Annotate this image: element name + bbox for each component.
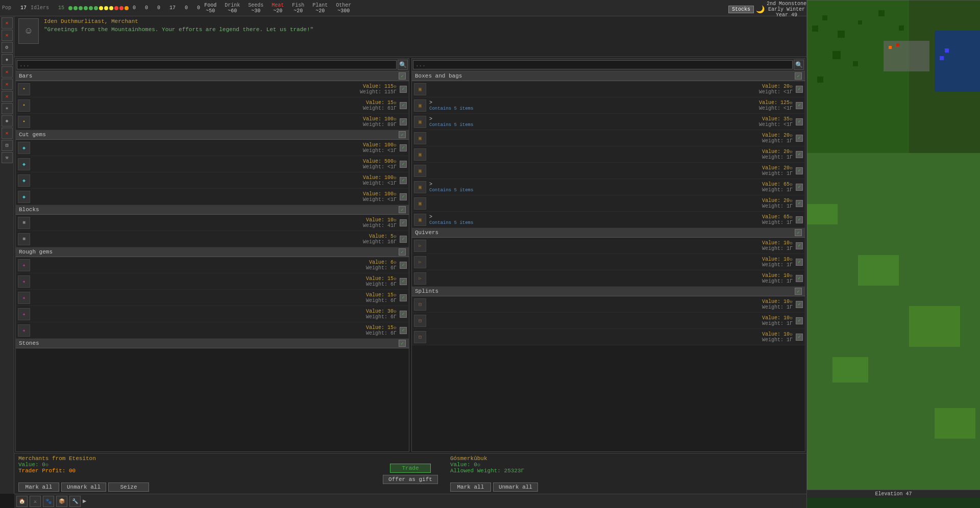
sidebar-icon-12[interactable]: ⚒ xyxy=(2,152,13,163)
category-header-bars[interactable]: Bars ✓ xyxy=(16,71,409,81)
item-checkbox[interactable]: ✓ xyxy=(400,262,407,269)
sidebar-icon-10[interactable]: ✕ xyxy=(2,128,13,139)
taskbar-icon-4[interactable]: 📦 xyxy=(56,496,67,507)
item-checkbox[interactable]: ✓ xyxy=(796,118,803,125)
right-search-button[interactable]: 🔍 xyxy=(794,60,804,70)
item-checkbox[interactable]: ✓ xyxy=(796,275,803,282)
left-mark-all-button[interactable]: Mark all xyxy=(18,482,59,492)
item-checkbox[interactable]: ✓ xyxy=(796,216,803,223)
item-checkbox[interactable]: ✓ xyxy=(796,259,803,266)
taskbar-icon-3[interactable]: 🐾 xyxy=(43,496,54,507)
list-item[interactable]: ▣ Value: 20☼ Weight: 1Γ ✓ xyxy=(412,163,805,179)
item-checkbox[interactable]: ✓ xyxy=(400,144,407,151)
item-checkbox[interactable]: ✓ xyxy=(796,86,803,93)
item-checkbox[interactable]: ✓ xyxy=(796,200,803,207)
category-header-quivers[interactable]: Quivers ✓ xyxy=(412,228,805,238)
list-item[interactable]: ◆ Value: 500☼ Weight: <1Γ ✓ xyxy=(16,156,409,172)
list-item[interactable]: ▣ >Contains 5 items Value: 35☼ Weight: <… xyxy=(412,114,805,130)
category-checkbox[interactable]: ✓ xyxy=(399,248,406,256)
taskbar-icon-1[interactable]: 🏠 xyxy=(16,496,28,507)
list-item[interactable]: ▪ Value: 15☼ Weight: 61Γ ✓ xyxy=(16,97,409,114)
item-checkbox[interactable]: ✓ xyxy=(400,219,407,226)
item-checkbox[interactable]: ✓ xyxy=(400,278,407,285)
taskbar-icon-5[interactable]: 🔧 xyxy=(69,496,81,507)
list-item[interactable]: ✦ Value: 15☼ Weight: 6Γ ✓ xyxy=(16,322,409,339)
list-item[interactable]: ✦ Value: 6☼ Weight: 6Γ ✓ xyxy=(16,257,409,273)
left-unmark-all-button[interactable]: Unmark all xyxy=(61,482,106,492)
list-item[interactable]: ⊳ Value: 10☼ Weight: 1Γ ✓ xyxy=(412,254,805,270)
list-item[interactable]: ▣ >Contains 5 items Value: 125☼ Weight: … xyxy=(412,97,805,114)
left-search-button[interactable]: 🔍 xyxy=(398,60,408,70)
category-header-stones[interactable]: Stones ✓ xyxy=(16,339,409,348)
item-checkbox[interactable]: ✓ xyxy=(400,118,407,125)
item-checkbox[interactable]: ✓ xyxy=(796,317,803,324)
offer-gift-button[interactable]: Offer as gift xyxy=(383,475,438,484)
list-item[interactable]: ▣ Value: 20☼ Weight: <1Γ ✓ xyxy=(412,81,805,97)
list-item[interactable]: ⊟ Value: 10☼ Weight: 1Γ ✓ xyxy=(412,296,805,313)
sidebar-icon-9[interactable]: ◈ xyxy=(2,115,13,126)
list-item[interactable]: ✦ Value: 15☼ Weight: 6Γ ✓ xyxy=(16,290,409,306)
item-checkbox[interactable]: ✓ xyxy=(796,151,803,158)
list-item[interactable]: ◆ Value: 100☼ Weight: <1Γ ✓ xyxy=(16,140,409,156)
category-header-cut-gems[interactable]: Cut gems ✓ xyxy=(16,130,409,140)
list-item[interactable]: ◆ Value: 100☼ Weight: <1Γ ✓ xyxy=(16,172,409,189)
category-checkbox[interactable]: ✓ xyxy=(795,229,802,236)
list-item[interactable]: ▪ Value: 115☼ Weight: 115Γ ✓ xyxy=(16,81,409,97)
item-checkbox[interactable]: ✓ xyxy=(796,301,803,308)
sidebar-icon-11[interactable]: ⊟ xyxy=(2,140,13,151)
category-checkbox[interactable]: ✓ xyxy=(399,206,406,213)
list-item[interactable]: ⊳ Value: 10☼ Weight: 1Γ ✓ xyxy=(412,238,805,254)
category-checkbox[interactable]: ✓ xyxy=(795,288,802,295)
taskbar-arrow[interactable]: ▶ xyxy=(83,497,86,505)
sidebar-icon-3[interactable]: ⚙ xyxy=(2,42,13,53)
list-item[interactable]: ▣ >Contains 5 items Value: 65☼ Weight: 1… xyxy=(412,212,805,228)
sidebar-icon-close[interactable]: ✕ xyxy=(2,17,13,29)
item-checkbox[interactable]: ✓ xyxy=(796,167,803,174)
right-mark-all-button[interactable]: Mark all xyxy=(450,482,491,492)
list-item[interactable]: ■ Value: 5☼ Weight: 16Γ ✓ xyxy=(16,231,409,247)
item-checkbox[interactable]: ✓ xyxy=(796,135,803,142)
category-checkbox[interactable]: ✓ xyxy=(399,340,406,347)
list-item[interactable]: ▣ Value: 20☼ Weight: 1Γ ✓ xyxy=(412,130,805,146)
item-checkbox[interactable]: ✓ xyxy=(400,102,407,109)
category-header-rough-gems[interactable]: Rough gems ✓ xyxy=(16,247,409,257)
item-checkbox[interactable]: ✓ xyxy=(400,193,407,200)
sidebar-icon-6[interactable]: ✕ xyxy=(2,79,13,90)
category-checkbox[interactable]: ✓ xyxy=(399,131,406,138)
category-header-splints[interactable]: Splints ✓ xyxy=(412,287,805,296)
sidebar-icon-4[interactable]: ♦ xyxy=(2,54,13,65)
item-checkbox[interactable]: ✓ xyxy=(400,327,407,334)
item-checkbox[interactable]: ✓ xyxy=(796,102,803,109)
list-item[interactable]: ⊳ Value: 10☼ Weight: 1Γ ✓ xyxy=(412,270,805,287)
item-checkbox[interactable]: ✓ xyxy=(796,242,803,249)
category-header-boxes-and-bags[interactable]: Boxes and bags ✓ xyxy=(412,71,805,81)
list-item[interactable]: ▣ Value: 20☼ Weight: 1Γ ✓ xyxy=(412,146,805,163)
item-checkbox[interactable]: ✓ xyxy=(400,161,407,168)
category-checkbox[interactable]: ✓ xyxy=(399,72,406,80)
list-item[interactable]: ✦ Value: 15☼ Weight: 6Γ ✓ xyxy=(16,273,409,290)
item-checkbox[interactable]: ✓ xyxy=(400,294,407,301)
category-header-blocks[interactable]: Blocks ✓ xyxy=(16,205,409,215)
stocks-button[interactable]: Stocks xyxy=(728,6,754,13)
item-checkbox[interactable]: ✓ xyxy=(400,86,407,93)
taskbar-icon-2[interactable]: ⚔ xyxy=(30,496,41,507)
item-checkbox[interactable]: ✓ xyxy=(796,334,803,341)
sidebar-icon-5[interactable]: ✕ xyxy=(2,66,13,78)
sidebar-icon-2[interactable]: ✕ xyxy=(2,30,13,41)
trade-button[interactable]: Trade xyxy=(390,464,431,473)
item-checkbox[interactable]: ✓ xyxy=(400,311,407,318)
item-checkbox[interactable]: ✓ xyxy=(796,184,803,191)
list-item[interactable]: ✦ Value: 30☼ Weight: 6Γ ✓ xyxy=(16,306,409,322)
category-checkbox[interactable]: ✓ xyxy=(795,72,802,80)
right-unmark-all-button[interactable]: Unmark all xyxy=(493,482,538,492)
seize-button[interactable]: Seize xyxy=(108,482,149,492)
list-item[interactable]: ▪ Value: 100☼ Weight: 89Γ ✓ xyxy=(16,114,409,130)
list-item[interactable]: ⊟ Value: 10☼ Weight: 1Γ ✓ xyxy=(412,329,805,345)
list-item[interactable]: ■ Value: 10☼ Weight: 41Γ ✓ xyxy=(16,215,409,231)
item-checkbox[interactable]: ✓ xyxy=(400,177,407,184)
list-item[interactable]: ⊟ Value: 10☼ Weight: 1Γ ✓ xyxy=(412,313,805,329)
item-checkbox[interactable]: ✓ xyxy=(400,236,407,243)
sidebar-icon-8[interactable]: ☀ xyxy=(2,103,13,114)
list-item[interactable]: ▣ >Contains 5 items Value: 65☼ Weight: 1… xyxy=(412,179,805,195)
left-search-input[interactable] xyxy=(17,60,397,69)
